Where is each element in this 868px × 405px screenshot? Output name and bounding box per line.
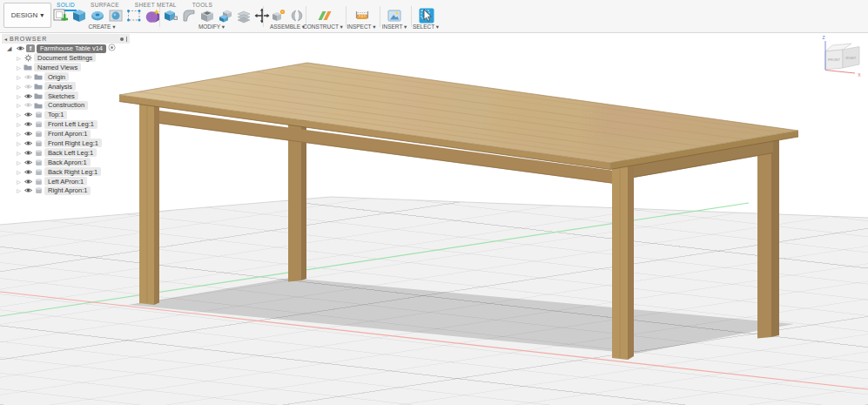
- new-component-icon[interactable]: [270, 7, 286, 24]
- visibility-eye-icon[interactable]: [16, 45, 24, 51]
- expand-caret-icon[interactable]: ▷: [16, 187, 22, 193]
- expand-caret-icon[interactable]: ▷: [16, 140, 22, 146]
- tabletop-edge[interactable]: [119, 95, 798, 170]
- visibility-eye-icon[interactable]: [24, 84, 32, 90]
- viewcube-top-face[interactable]: [825, 44, 851, 51]
- browser-item-front-left-leg-1[interactable]: ▷ Front Left Leg:1: [2, 119, 130, 129]
- expand-caret-icon[interactable]: ▷: [16, 169, 22, 175]
- visibility-eye-icon[interactable]: [24, 121, 32, 127]
- extrude-box-icon[interactable]: [71, 7, 87, 24]
- root-document-label[interactable]: Farmhouse Table v14: [37, 44, 106, 53]
- browser-item-label[interactable]: Origin: [44, 72, 69, 81]
- expand-caret-icon[interactable]: ▷: [16, 131, 22, 137]
- browser-item-label[interactable]: Right Apron:1: [44, 186, 91, 195]
- design-workspace-dropdown[interactable]: DESIGN ▾: [3, 3, 51, 28]
- front-apron[interactable]: [153, 110, 615, 184]
- visibility-eye-icon[interactable]: [24, 169, 32, 175]
- cylinder-icon[interactable]: [107, 7, 124, 24]
- expand-caret-icon[interactable]: ◢: [7, 45, 14, 52]
- viewcube-front-face[interactable]: [825, 50, 843, 70]
- browser-item-label[interactable]: Analysis: [44, 82, 76, 91]
- viewcube-right-face[interactable]: [843, 47, 859, 69]
- browser-item-label[interactable]: Front Left Leg:1: [44, 120, 98, 129]
- visibility-eye-icon[interactable]: [24, 111, 32, 118]
- panel-options-icon[interactable]: [120, 37, 124, 41]
- expand-caret-icon[interactable]: ▷: [16, 55, 22, 61]
- expand-caret-icon[interactable]: ▷: [16, 64, 22, 71]
- create-sketch-icon[interactable]: [52, 7, 69, 24]
- panel-handle-icon[interactable]: [126, 37, 127, 42]
- browser-item-origin[interactable]: ▷ Origin: [2, 72, 130, 82]
- design-label: DESIGN: [11, 11, 38, 19]
- visibility-eye-icon[interactable]: [24, 93, 32, 99]
- visibility-eye-icon[interactable]: [24, 102, 32, 108]
- view-cube[interactable]: FRONT RIGHT Z X: [822, 35, 861, 78]
- expand-caret-icon[interactable]: ▷: [16, 159, 22, 165]
- browser-item-label[interactable]: Back Apron:1: [44, 158, 91, 166]
- split-face-icon[interactable]: [235, 7, 252, 24]
- rectangular-pattern-icon[interactable]: [125, 7, 142, 24]
- visibility-eye-icon[interactable]: [24, 179, 32, 185]
- construction-plane-icon[interactable]: [316, 7, 333, 24]
- browser-item-left-apron-1[interactable]: ▷ Left APron:1: [2, 177, 130, 186]
- press-pull-icon[interactable]: [162, 7, 178, 24]
- expand-caret-icon[interactable]: ▷: [16, 84, 22, 90]
- tabletop-surface[interactable]: [119, 63, 798, 163]
- combine-icon[interactable]: [217, 7, 233, 24]
- visibility-eye-icon[interactable]: [24, 187, 32, 193]
- insert-canvas-icon[interactable]: [386, 7, 402, 24]
- browser-item-front-right-leg-1[interactable]: ▷ Front Right Leg:1: [2, 138, 130, 148]
- visibility-eye-icon[interactable]: [24, 131, 32, 137]
- browser-item-back-right-leg-1[interactable]: ▷ Back Right Leg:1: [2, 167, 130, 177]
- shell-icon[interactable]: [198, 7, 215, 24]
- browser-item-label[interactable]: Top:1: [44, 111, 67, 119]
- fillet-icon[interactable]: [180, 7, 197, 24]
- visibility-eye-icon[interactable]: [24, 159, 32, 165]
- joint-icon[interactable]: [288, 7, 305, 24]
- browser-item-back-apron-1[interactable]: ▷ Back Apron:1: [2, 158, 130, 167]
- browser-root-item[interactable]: ◢ f Farmhouse Table v14: [2, 44, 130, 53]
- create-menu-label[interactable]: CREATE ▾: [71, 24, 132, 30]
- browser-item-label[interactable]: Left APron:1: [44, 177, 87, 186]
- right-apron[interactable]: [629, 140, 773, 179]
- browser-item-back-left-leg-1[interactable]: ▷ Back Left Leg:1: [2, 148, 130, 158]
- browser-item-label[interactable]: Back Right Leg:1: [44, 167, 101, 176]
- browser-item-label[interactable]: Document Settings: [34, 53, 96, 62]
- browser-item-label[interactable]: Back Left Leg:1: [44, 148, 97, 157]
- modify-menu-label[interactable]: MODIFY ▾: [181, 24, 242, 30]
- select-tool-icon[interactable]: [418, 7, 434, 24]
- activate-component-radio[interactable]: [108, 44, 116, 53]
- revolve-icon[interactable]: [89, 7, 105, 24]
- expand-caret-icon[interactable]: ▷: [16, 150, 22, 156]
- browser-item-construction[interactable]: ▷ Construction: [2, 100, 130, 110]
- browser-item-label[interactable]: Front Apron:1: [44, 130, 91, 138]
- ground-grid[interactable]: [0, 0, 868, 405]
- expand-caret-icon[interactable]: ▷: [16, 179, 22, 185]
- browser-item-front-apron-1[interactable]: ▷ Front Apron:1: [2, 129, 130, 138]
- create-form-icon[interactable]: [144, 7, 160, 24]
- browser-item-named-views[interactable]: ▷ Named Views: [2, 63, 130, 72]
- browser-item-label[interactable]: Front Right Leg:1: [44, 138, 102, 147]
- browser-item-top-1[interactable]: ▷ Top:1: [2, 110, 130, 119]
- browser-item-label[interactable]: Sketches: [44, 91, 78, 100]
- visibility-eye-icon[interactable]: [24, 74, 32, 80]
- browser-item-document-settings[interactable]: ▷ Document Settings: [2, 53, 130, 63]
- browser-item-sketches[interactable]: ▷ Sketches: [2, 91, 130, 101]
- expand-caret-icon[interactable]: ▷: [16, 121, 22, 127]
- expand-caret-icon[interactable]: ▷: [16, 93, 22, 99]
- expand-caret-icon[interactable]: ▷: [16, 74, 22, 80]
- browser-header[interactable]: ◂ BROWSER: [2, 34, 130, 44]
- expand-caret-icon[interactable]: ▷: [16, 102, 22, 108]
- select-menu-label[interactable]: SELECT ▾: [395, 24, 456, 30]
- item-type-icon: [34, 149, 43, 157]
- collapse-panel-icon[interactable]: ◂: [4, 36, 7, 42]
- measure-icon[interactable]: [353, 7, 370, 24]
- browser-item-label[interactable]: Construction: [44, 101, 88, 110]
- browser-item-label[interactable]: Named Views: [34, 63, 81, 71]
- visibility-eye-icon[interactable]: [24, 140, 32, 146]
- expand-caret-icon[interactable]: ▷: [16, 111, 22, 118]
- visibility-eye-icon[interactable]: [24, 150, 32, 156]
- move-icon[interactable]: [253, 7, 270, 24]
- browser-item-right-apron-1[interactable]: ▷ Right Apron:1: [2, 186, 130, 195]
- browser-item-analysis[interactable]: ▷ Analysis: [2, 82, 130, 91]
